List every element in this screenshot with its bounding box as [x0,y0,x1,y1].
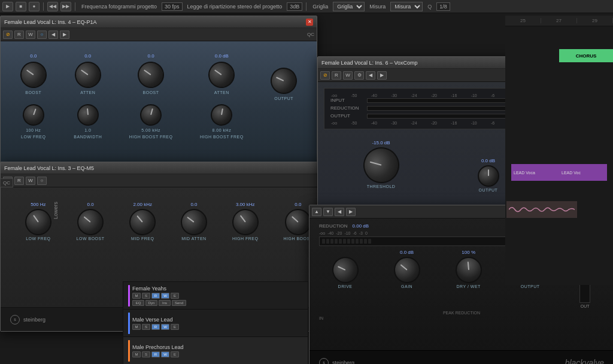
meter-scale-top: -oo-50-40-30-24-20-16-10-6-3+3 [330,93,532,98]
bv-drive-knob[interactable] [328,253,362,287]
btn-w[interactable]: W [161,293,169,299]
m5-o-btn[interactable]: ○ [37,177,47,185]
m5-lowfreq-knob[interactable] [23,207,53,238]
pt-o-btn[interactable]: ○ [37,31,47,39]
bv-drywet-label: DRY / WET [456,284,480,289]
m5-highfreq-knob[interactable] [230,207,260,237]
bv-drywet-val: 100 % [462,250,475,256]
fps-label: Frequenza fotogrammi progetto [79,4,159,10]
steinberg-circle: s [10,315,20,324]
measure-select[interactable]: Misura [390,2,423,11]
stereo-value: 3dB [287,2,302,11]
btn-send[interactable]: Send [172,300,186,306]
highboost-freq-knob[interactable] [138,102,164,128]
vc-w-btn[interactable]: W [343,71,353,80]
m5-r-btn[interactable]: R [14,177,24,185]
pt-arrow-btn[interactable]: ◀ [48,31,58,39]
lead-vox-block2[interactable]: LEAD Voc [559,164,607,181]
bv-drywet-knob[interactable] [450,251,487,289]
m5-lowboost-knob[interactable] [76,208,105,236]
pt-arrow2-btn[interactable]: ▶ [60,31,69,39]
bv-arrow4[interactable]: ▶ [346,208,356,216]
top-toolbar: ▶ ■ ● ◀◀ ▶▶ Frequenza fotogrammi progett… [0,0,613,13]
vc-arrow2-btn[interactable]: ▶ [377,71,387,80]
atten-knob[interactable] [72,60,103,90]
eq-p1a-knobs: 0.0 BOOST 100 Hz LOW FREQ 0.0 ATTEN 1.0 … [7,47,311,173]
threshold-label: THRESHOLD [367,184,396,189]
toolbar-stop-btn[interactable]: ■ [16,2,26,11]
btn-ins[interactable]: Ins [159,300,171,306]
threshold-knob[interactable] [357,141,406,190]
vc-output-display: 0.0 dB [481,158,495,164]
btn-s[interactable]: S [142,293,150,299]
bv-gain-knob[interactable] [393,256,421,284]
ruler-25: 25 [505,18,541,23]
btn-r3[interactable]: R [151,351,160,357]
btn-s2[interactable]: S [142,324,150,330]
vc-output-knob[interactable] [478,165,499,187]
eq-p1a-titlebar[interactable]: Female Lead Vocal L: Ins. 4 – EQ-P1A ✕ [1,16,317,28]
track-name: Female Yeahs [132,286,303,292]
dot8 [351,239,354,244]
btn-m[interactable]: M [132,293,141,299]
grid-select[interactable]: Griglia [333,2,365,11]
eq-low-section: 0.0 BOOST 100 Hz LOW FREQ [20,53,47,139]
toolbar-forward-btn[interactable]: ▶▶ [60,2,71,11]
m5-w-btn[interactable]: W [26,177,35,185]
m5-midfreq-val: 2.00 kHz [133,202,152,208]
btn-e[interactable]: E [171,293,179,299]
highboost-knob[interactable] [136,60,166,90]
bv-arrow3[interactable]: ◀ [335,208,344,216]
vc-bypass-btn[interactable]: ⊘ [320,71,330,80]
btn-w3[interactable]: W [161,351,169,357]
eq-highatten-section: 0.0 dB ATTEN 8.00 kHz HIGH BOOST FREQ [200,53,244,139]
btn-eq[interactable]: EQ [132,300,144,306]
btn-s3[interactable]: S [142,351,150,357]
arranger-ruler: 25 27 29 [505,16,613,26]
bypass-btn[interactable]: ⊘ [3,31,13,39]
bandwidth-knob[interactable] [76,103,99,126]
pt-w-btn[interactable]: W [26,31,35,39]
highatten-val: 0.0 dB [215,53,229,59]
boost-knob[interactable] [18,60,48,90]
input-meter-row: INPUT -oo dB [330,98,532,103]
bv-arrow-up[interactable]: ▲ [312,208,321,216]
lead-vox-block1[interactable]: LEAD Voca [511,164,559,181]
btn-r2[interactable]: R [151,324,160,330]
highatten-freq-label: HIGH BOOST FREQ [200,135,244,139]
btn-m2[interactable]: M [132,324,141,330]
toolbar-play-btn[interactable]: ▶ [2,2,13,11]
btn-e3[interactable]: E [171,351,179,357]
dot5 [339,239,342,244]
m5-midatten-knob[interactable] [179,207,209,237]
toolbar-record-btn[interactable]: ● [29,2,40,11]
stereo-label: Legge di ripartizione stereo del progett… [185,4,285,10]
pt-r-btn[interactable]: R [14,31,24,39]
highatten-freq-knob[interactable] [209,102,234,128]
bv-arrow-down[interactable]: ▼ [323,208,333,216]
chorus-block[interactable]: CHORUS [559,49,613,62]
measure-label: Misura [367,4,388,10]
btn-r[interactable]: R [151,293,160,299]
output-knob[interactable] [267,64,301,98]
low-freq-label: LOW FREQ [21,135,45,139]
chorus-label: CHORUS [576,53,597,59]
btn-e2[interactable]: E [171,324,179,330]
m5-highfreq-label: HIGH FREQ [232,236,258,241]
vc-arrow-btn[interactable]: ◀ [366,71,375,80]
vc-gear-btn[interactable]: ⚙ [354,71,364,80]
vc-r-btn[interactable]: R [332,71,341,80]
waveform-block[interactable] [506,201,577,218]
eq-p1a-close[interactable]: ✕ [306,19,313,26]
m5-highboost-knob[interactable] [284,208,312,236]
btn-w2[interactable]: W [161,324,169,330]
highboost-freq-label: HIGH BOOST FREQ [129,135,173,139]
toolbar-rewind-btn[interactable]: ◀◀ [47,2,58,11]
highatten-label: ATTEN [214,90,229,95]
low-freq-knob[interactable] [20,101,47,129]
highatten-knob[interactable] [207,60,237,90]
btn-dyn[interactable]: Dyn [145,300,157,306]
blackvalve-footer: s steinberg blackvalve [309,350,613,364]
btn-m3[interactable]: M [132,351,141,357]
m5-midfreq-knob[interactable] [128,208,157,236]
